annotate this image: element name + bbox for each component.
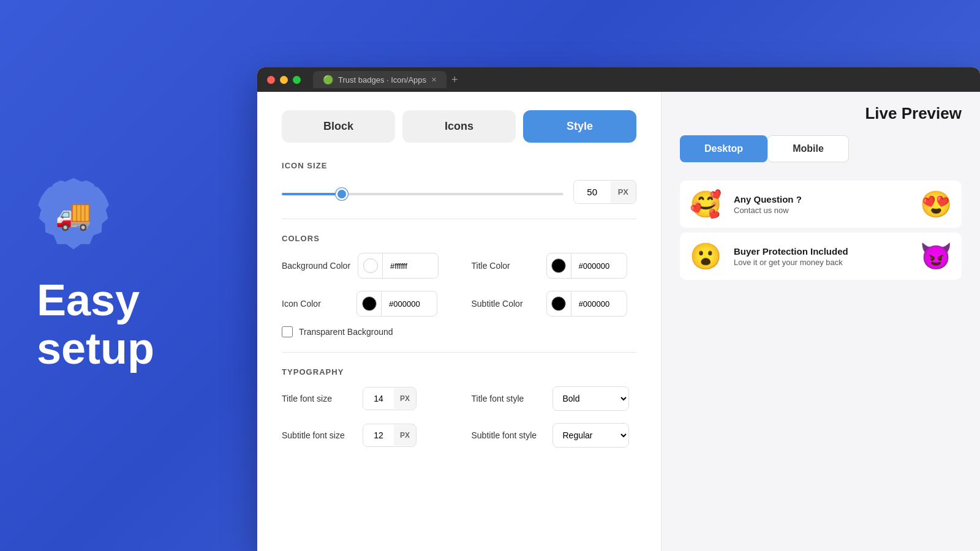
desktop-button[interactable]: Desktop — [680, 135, 767, 162]
preview-item-2-emoji-right: 😈 — [920, 241, 952, 271]
divider-2 — [282, 352, 636, 353]
window-close-dot[interactable] — [267, 76, 275, 84]
subtitle-font-size-input-group: PX — [363, 424, 417, 447]
title-color-hex[interactable] — [571, 257, 627, 276]
preview-item-1: 🥰 Any Question ? Contact us now 😍 — [680, 181, 962, 228]
subtitle-color-hex[interactable] — [571, 294, 627, 313]
preview-item-2-emoji-left: 😮 — [690, 241, 724, 271]
divider-1 — [282, 219, 636, 219]
title-font-size-unit: PX — [394, 388, 416, 409]
preview-item-1-text: Any Question ? Contact us now — [734, 194, 910, 215]
icon-color-row: Icon Color — [282, 291, 447, 317]
subtitle-font-style-label: Subtitle font style — [472, 430, 545, 440]
colors-section: COLORS Background Color — [282, 234, 636, 337]
icon-swatch-circle — [362, 296, 377, 311]
title-color-row: Title Color — [472, 253, 637, 279]
subtitle-font-style-row: Subtitle font style Regular Bold Italic … — [472, 423, 637, 448]
subtitle-color-row: Subtitle Color — [472, 291, 637, 317]
subtitle-font-size-input[interactable] — [363, 424, 394, 446]
hero-panel: 🚚 Easy setup — [0, 0, 257, 551]
subtitle-color-input — [546, 291, 627, 317]
tab-favicon-icon: 🟢 — [323, 75, 333, 84]
background-color-row: Background Color — [282, 253, 447, 279]
truck-icon: 🚚 — [55, 198, 92, 232]
title-font-size-row: Title font size PX — [282, 386, 447, 411]
icon-size-input[interactable] — [574, 181, 611, 203]
preview-item-2: 😮 Buyer Protection Included Love it or g… — [680, 233, 962, 280]
hero-line1: Easy — [37, 276, 140, 324]
preview-item-1-title: Any Question ? — [734, 194, 910, 204]
hero-line2: setup — [37, 324, 154, 373]
icon-size-section: ICON SIZE PX — [282, 161, 636, 204]
subtitle-font-size-unit: PX — [394, 425, 416, 446]
title-font-style-select[interactable]: Bold Regular Italic Bold Italic — [552, 386, 629, 411]
icon-color-hex[interactable] — [382, 294, 437, 313]
size-input-group: PX — [573, 180, 636, 204]
content-area: Block Icons Style ICON SIZE PX — [257, 92, 980, 551]
browser-window: 🟢 Trust badges · Icon/Apps ✕ + Block Ico… — [257, 67, 980, 551]
icon-color-label: Icon Color — [282, 299, 349, 309]
title-color-label: Title Color — [472, 261, 539, 271]
preview-item-1-emoji-left: 🥰 — [690, 189, 724, 219]
preview-item-2-subtitle: Love it or get your money back — [734, 258, 910, 267]
window-minimize-dot[interactable] — [280, 76, 288, 84]
tab-label: Trust badges · Icon/Apps — [338, 75, 426, 84]
title-font-size-input-group: PX — [363, 387, 417, 410]
badge-icon: 🚚 — [37, 178, 110, 252]
icon-color-input — [356, 291, 437, 317]
mobile-button[interactable]: Mobile — [767, 135, 849, 162]
typography-grid: Title font size PX Title font style Bold… — [282, 386, 636, 448]
transparent-background-label[interactable]: Transparent Background — [299, 327, 393, 337]
preview-item-2-text: Buyer Protection Included Love it or get… — [734, 246, 910, 267]
typography-label: TYPOGRAPHY — [282, 367, 636, 377]
window-maximize-dot[interactable] — [293, 76, 301, 84]
transparent-background-checkbox[interactable] — [282, 326, 293, 337]
title-swatch-circle — [551, 258, 566, 273]
new-tab-button[interactable]: + — [451, 73, 458, 86]
preview-item-1-emoji-right: 😍 — [920, 189, 952, 219]
title-font-style-row: Title font style Bold Regular Italic Bol… — [472, 386, 637, 411]
tab-bar: 🟢 Trust badges · Icon/Apps ✕ + — [313, 71, 458, 88]
icon-size-label: ICON SIZE — [282, 161, 636, 170]
colors-grid: Background Color Title Color — [282, 253, 636, 317]
tab-close-icon[interactable]: ✕ — [431, 76, 437, 84]
title-color-input — [546, 253, 627, 279]
preview-item-1-subtitle: Contact us now — [734, 206, 910, 215]
icon-size-slider[interactable] — [282, 193, 564, 195]
tab-style[interactable]: Style — [523, 110, 636, 143]
title-font-size-label: Title font size — [282, 394, 355, 403]
main-tab-row: Block Icons Style — [282, 110, 636, 143]
subtitle-color-swatch[interactable] — [547, 291, 571, 316]
preview-panel: Live Preview Desktop Mobile 🥰 Any Questi… — [662, 92, 980, 551]
title-font-style-label: Title font style — [472, 394, 545, 403]
subtitle-font-style-select[interactable]: Regular Bold Italic Bold Italic — [552, 423, 629, 448]
title-color-swatch[interactable] — [547, 253, 571, 278]
subtitle-font-size-row: Subtitle font size PX — [282, 423, 447, 448]
background-color-label: Background Color — [282, 261, 350, 271]
background-color-swatch[interactable] — [358, 253, 383, 278]
slider-container — [282, 187, 564, 198]
subtitle-color-label: Subtitle Color — [472, 299, 539, 309]
preview-item-2-title: Buyer Protection Included — [734, 246, 910, 257]
hero-text: Easy setup — [37, 276, 154, 373]
device-toggle-row: Desktop Mobile — [680, 135, 962, 162]
background-swatch-circle — [363, 258, 378, 273]
browser-tab[interactable]: 🟢 Trust badges · Icon/Apps ✕ — [313, 71, 447, 88]
typography-section: TYPOGRAPHY Title font size PX Title font… — [282, 367, 636, 448]
tab-icons[interactable]: Icons — [402, 110, 516, 143]
title-font-size-input[interactable] — [363, 388, 394, 410]
browser-chrome: 🟢 Trust badges · Icon/Apps ✕ + — [257, 67, 980, 92]
subtitle-font-size-label: Subtitle font size — [282, 430, 355, 440]
preview-items-list: 🥰 Any Question ? Contact us now 😍 😮 Buye… — [680, 181, 962, 280]
tab-block[interactable]: Block — [282, 110, 395, 143]
background-color-hex[interactable] — [383, 257, 438, 276]
icon-size-row: PX — [282, 180, 636, 204]
icon-size-unit: PX — [611, 181, 636, 203]
colors-label: COLORS — [282, 234, 636, 243]
settings-panel: Block Icons Style ICON SIZE PX — [257, 92, 662, 551]
icon-color-swatch[interactable] — [357, 291, 382, 316]
background-color-input — [358, 253, 439, 279]
preview-title: Live Preview — [680, 104, 962, 123]
transparent-checkbox-row: Transparent Background — [282, 326, 636, 337]
subtitle-swatch-circle — [551, 296, 566, 311]
